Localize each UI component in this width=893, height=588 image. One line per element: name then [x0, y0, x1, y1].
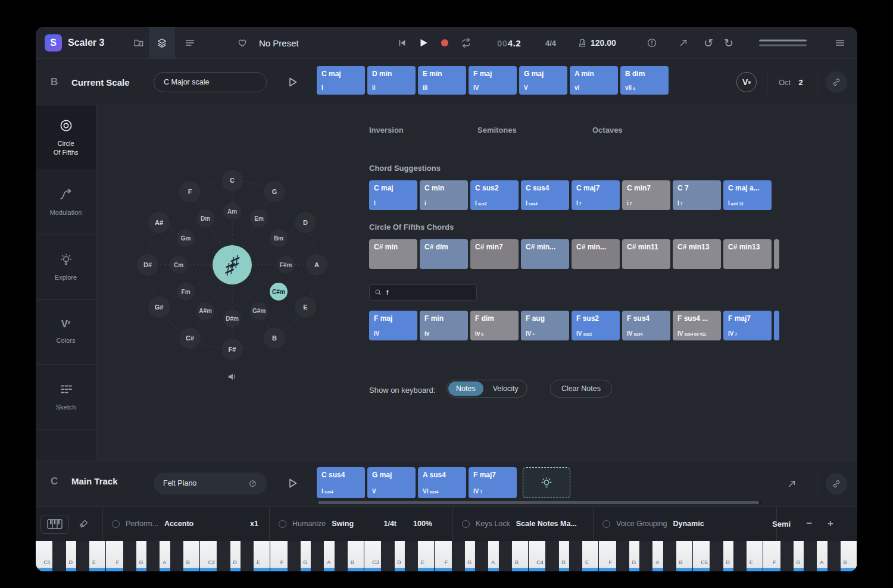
circle-node-e[interactable]: E [295, 296, 316, 318]
chord-tile-f-maj7[interactable]: F maj7IV7 [723, 311, 772, 340]
circle-node-ds[interactable]: D# [137, 254, 158, 276]
piano-black-key-F#5[interactable] [780, 541, 794, 572]
chord-tile-c#-min11[interactable]: C# min11 [622, 239, 670, 269]
tempo-value[interactable]: 120.00 [591, 38, 616, 48]
speaker-icon[interactable] [227, 371, 238, 383]
control-group-voice-grouping[interactable]: Voice GroupingDynamic [602, 507, 762, 541]
skip-back-icon[interactable] [398, 38, 407, 47]
circle-node-cs[interactable]: C# [179, 327, 201, 349]
circle-node-csm[interactable]: C#m [270, 283, 288, 301]
circle-node-bm[interactable]: Bm [270, 229, 288, 247]
tab-semitones[interactable]: Semitones [477, 126, 517, 135]
piano-black-key-A#2[interactable] [335, 541, 348, 572]
piano-black-key-F#2[interactable] [288, 541, 301, 572]
share-icon[interactable] [787, 479, 797, 489]
instrument-select[interactable]: Felt Piano [154, 473, 267, 495]
chord-tile-c#-min13[interactable]: C# min13 [723, 239, 772, 269]
toggle-velocity[interactable]: Velocity [485, 380, 527, 397]
layers-icon[interactable] [157, 37, 167, 48]
piano-black-key-G#3[interactable] [475, 541, 488, 572]
control-value[interactable]: Swing [332, 520, 354, 528]
chord-tile-c#-dim[interactable]: C# dim [420, 239, 468, 269]
playhead-position[interactable]: 004.2 [497, 37, 521, 48]
chord-tile-c-7[interactable]: C 7I7 [673, 180, 721, 210]
toggle-circle-icon[interactable] [279, 520, 286, 528]
chord-tile-a-sus4[interactable]: A sus4VIsus4 [418, 467, 466, 498]
circle-node-dsm[interactable]: D#m [223, 309, 241, 327]
chord-tile-e-min[interactable]: E miniii [418, 66, 466, 95]
plus-button[interactable]: + [828, 518, 833, 530]
add-chord-suggestion-tile[interactable] [523, 467, 570, 498]
chord-tile-f-maj[interactable]: F majIV [469, 66, 517, 95]
control-group-humanize[interactable]: HumanizeSwing1/4t100% [279, 507, 432, 541]
chord-tile-c#-min-[interactable]: C# min... [572, 239, 620, 269]
keyboard-button[interactable] [40, 515, 69, 534]
control-value[interactable]: Dynamic [673, 520, 704, 528]
toggle-circle-icon[interactable] [462, 520, 470, 528]
chord-tile-partial[interactable] [774, 239, 779, 269]
piano-black-key-G#4[interactable] [639, 541, 652, 572]
circle-node-b[interactable]: B [264, 327, 285, 349]
circle-node-gm[interactable]: Gm [177, 229, 195, 247]
piano-black-key-C#2[interactable] [217, 541, 230, 572]
piano-black-key-G#1[interactable] [146, 541, 160, 572]
piano-black-key-D#5[interactable] [733, 541, 747, 572]
volume-slider[interactable] [759, 39, 807, 46]
chord-tile-g-maj[interactable]: G majV [367, 467, 416, 498]
chord-tile-c-min7[interactable]: C min7i7 [622, 180, 670, 210]
control-value[interactable]: Accento [164, 520, 193, 528]
control-extra[interactable]: x1 [250, 520, 258, 528]
circle-node-gsm[interactable]: G#m [250, 302, 268, 320]
toggle-circle-icon[interactable] [112, 520, 120, 528]
chord-tile-d-min[interactable]: D minii [367, 66, 416, 95]
circle-center-key[interactable]: ♯♯ [213, 245, 252, 284]
play-track-icon[interactable] [286, 477, 298, 489]
chord-tile-b-dim[interactable]: B dimviio [620, 66, 669, 95]
scrollbar-thumb[interactable] [318, 501, 759, 504]
chord-tile-f-sus4-[interactable]: F sus4 ...IVsus4 b9 #11 [673, 311, 721, 340]
loop-icon[interactable] [461, 37, 472, 48]
piano-black-key-A#4[interactable] [663, 541, 676, 572]
piano-black-key-F#4[interactable] [616, 541, 629, 572]
link-button[interactable] [826, 473, 847, 495]
piano-black-key-A#3[interactable] [499, 541, 512, 572]
list-icon[interactable] [185, 37, 195, 48]
piano-black-key-F#1[interactable] [123, 541, 136, 572]
chord-tile-f-sus4[interactable]: F sus4IVsus4 [622, 311, 670, 340]
share-icon[interactable] [679, 38, 688, 48]
piano-black-key-A#5[interactable] [828, 541, 841, 572]
tab-octaves[interactable]: Octaves [592, 126, 623, 135]
alert-icon[interactable] [647, 37, 657, 48]
circle-node-fm[interactable]: Fm [177, 283, 195, 301]
piano-black-key-F#3[interactable] [452, 541, 465, 572]
chord-tile-c-maj[interactable]: C majI [317, 66, 365, 95]
chord-tile-f-maj7[interactable]: F maj7IV7 [469, 467, 517, 498]
circle-node-c[interactable]: C [221, 170, 243, 191]
circle-node-f[interactable]: F [179, 181, 201, 202]
piano-black-key-D#2[interactable] [241, 541, 254, 572]
play-scale-icon[interactable] [286, 76, 298, 88]
chord-tile-f-sus2[interactable]: F sus2IVsus2 [572, 311, 620, 340]
chord-tile-c#-min13[interactable]: C# min13 [673, 239, 721, 269]
piano-black-key-D#3[interactable] [405, 541, 418, 572]
toggle-circle-icon[interactable] [602, 520, 610, 528]
redo-icon[interactable]: ↻ [724, 37, 733, 48]
octave-control[interactable]: Oct 2 [779, 77, 803, 87]
sidebar-item-explore[interactable]: Explore [36, 235, 96, 300]
chord-tile-a-min[interactable]: A minvi [570, 66, 618, 95]
minus-button[interactable]: − [806, 518, 812, 530]
chord-tile-c-sus4[interactable]: C sus4Isus4 [317, 467, 365, 498]
circle-node-am[interactable]: Am [223, 202, 241, 220]
link-button[interactable] [826, 71, 847, 93]
chord-tile-c-maj-a-[interactable]: C maj a...Iadd 13 [723, 180, 772, 210]
chord-tile-c-maj7[interactable]: C maj7I7 [572, 180, 620, 210]
clear-notes-button[interactable]: Clear Notes [550, 380, 612, 398]
menu-icon[interactable] [835, 37, 845, 48]
circle-node-fs[interactable]: F# [221, 339, 243, 360]
chord-tile-c#-min-[interactable]: C# min... [521, 239, 569, 269]
chord-tile-c-min[interactable]: C mini [420, 180, 468, 210]
piano-black-key-D#4[interactable] [569, 541, 582, 572]
browser-folder-icon[interactable] [133, 37, 144, 48]
circle-node-cm[interactable]: Cm [170, 256, 188, 274]
piano-black-key-G#2[interactable] [311, 541, 324, 572]
